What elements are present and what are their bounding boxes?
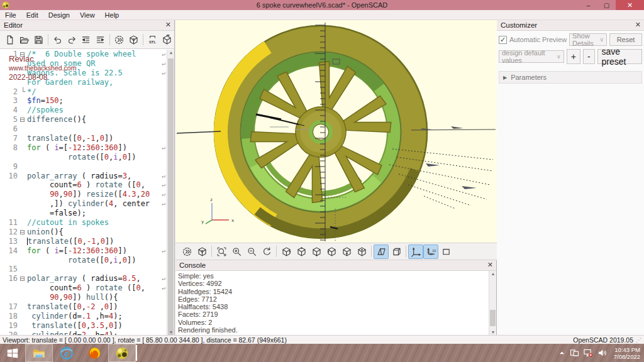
automatic-preview-checkbox[interactable]: ✓ bbox=[499, 36, 507, 44]
fold-marker-icon[interactable] bbox=[19, 228, 27, 237]
code-line[interactable]: 16polar_array ( radius=8.5,↵ bbox=[0, 274, 167, 283]
view-top-button[interactable] bbox=[294, 244, 309, 259]
code-line[interactable]: rotate([0,i,0]) bbox=[0, 153, 167, 162]
print-3d-button[interactable] bbox=[160, 33, 174, 47]
fold-marker-icon[interactable] bbox=[19, 50, 27, 59]
zoom-out-button[interactable] bbox=[244, 244, 259, 259]
preview-button[interactable] bbox=[112, 33, 126, 47]
code-line[interactable]: 13translate([0,-1,0]) bbox=[0, 237, 167, 246]
remove-preset-button[interactable]: - bbox=[583, 49, 595, 64]
menu-design[interactable]: Design bbox=[43, 11, 75, 19]
editor-scrollbar[interactable]: ▲ ▼ bbox=[167, 50, 174, 335]
reset-button[interactable]: Reset bbox=[609, 33, 642, 46]
export-stl-button[interactable]: STL bbox=[145, 33, 160, 47]
code-line[interactable]: 12union(){ bbox=[0, 228, 167, 237]
zoom-in-button[interactable] bbox=[229, 244, 244, 259]
show-crosshairs-button[interactable] bbox=[438, 244, 453, 259]
redo-button[interactable] bbox=[65, 33, 79, 47]
3d-viewport[interactable]: z x y bbox=[175, 20, 497, 243]
customizer-header[interactable]: Customizer ✕ bbox=[497, 20, 644, 31]
add-preset-button[interactable]: + bbox=[567, 49, 580, 64]
reset-view-button[interactable] bbox=[259, 244, 274, 259]
console-header[interactable]: Console ✕ bbox=[175, 260, 496, 271]
unindent-button[interactable] bbox=[79, 33, 94, 47]
code-line[interactable]: Wagons. Scale is 22.5↵ bbox=[0, 69, 167, 78]
code-line[interactable]: 20 cylinder(d=2, h=4); bbox=[0, 331, 167, 335]
scroll-down-icon[interactable]: ▼ bbox=[489, 330, 497, 334]
show-scale-markers-button[interactable]: 10 bbox=[423, 244, 438, 259]
menu-edit[interactable]: Edit bbox=[21, 11, 43, 19]
code-line[interactable]: 14for ( i=[-12:360:360])↵ bbox=[0, 246, 167, 256]
scroll-down-icon[interactable]: ▼ bbox=[167, 330, 175, 334]
code-line[interactable]: 1/* 6 Double spoke wheel↵ bbox=[0, 50, 167, 59]
hidden-icons-icon[interactable] bbox=[558, 349, 565, 356]
network-error-icon[interactable] bbox=[584, 349, 593, 357]
new-file-button[interactable] bbox=[3, 33, 17, 47]
code-line[interactable]: For Garden railway, bbox=[0, 78, 167, 87]
open-file-button[interactable] bbox=[17, 33, 31, 47]
volume-icon[interactable] bbox=[597, 349, 607, 357]
console-close-icon[interactable]: ✕ bbox=[487, 261, 493, 269]
close-button[interactable]: ✕ bbox=[616, 0, 644, 10]
preview-button[interactable] bbox=[179, 244, 194, 259]
zoom-all-button[interactable] bbox=[214, 244, 229, 259]
code-line[interactable]: 9 bbox=[0, 162, 167, 172]
code-line[interactable]: =false); bbox=[0, 209, 167, 218]
code-line[interactable]: 4//spokes bbox=[0, 106, 167, 115]
parameters-section[interactable]: ▶ Parameters bbox=[499, 71, 642, 84]
code-line[interactable]: 19 translate([0,3.5,0]) bbox=[0, 321, 167, 331]
detail-level-select[interactable]: Show Details∨ bbox=[569, 33, 607, 46]
orthogonal-button[interactable] bbox=[389, 244, 404, 259]
code-line[interactable]: 15 bbox=[0, 265, 167, 274]
devices-icon[interactable] bbox=[570, 349, 579, 357]
minimize-button[interactable]: – bbox=[579, 0, 597, 10]
perspective-button[interactable] bbox=[374, 244, 389, 259]
undo-button[interactable] bbox=[50, 33, 65, 47]
code-line[interactable]: 8for ( i=[-12:360:360])↵ bbox=[0, 143, 167, 153]
customizer-close-icon[interactable]: ✕ bbox=[635, 21, 641, 29]
render-button[interactable] bbox=[126, 33, 141, 47]
scroll-up-icon[interactable]: ▲ bbox=[167, 50, 175, 55]
maximize-button[interactable]: ▢ bbox=[597, 0, 616, 10]
firefox-taskbar-button[interactable] bbox=[80, 344, 108, 362]
code-line[interactable]: 3$fn=150; bbox=[0, 96, 167, 106]
preset-select[interactable]: design default values∨ bbox=[499, 50, 564, 63]
code-line[interactable]: used on some QR↵ bbox=[0, 59, 167, 69]
code-line[interactable]: count=6 ) rotate ([0,↵ bbox=[0, 180, 167, 190]
view-left-button[interactable] bbox=[324, 244, 339, 259]
code-line[interactable]: rotate([0,i,0]) bbox=[0, 256, 167, 265]
code-line[interactable]: 17translate([0,-2 ,0]) bbox=[0, 302, 167, 312]
code-editor[interactable]: 1/* 6 Double spoke wheel↵used on some QR… bbox=[0, 50, 167, 335]
code-line[interactable]: 2└*/ bbox=[0, 87, 167, 97]
fold-marker-icon[interactable] bbox=[19, 115, 27, 124]
editor-header[interactable]: Editor ✕ bbox=[0, 20, 174, 31]
taskbar-clock[interactable]: 10:43 PM 7/08/2022 bbox=[611, 346, 640, 360]
code-line[interactable]: 6 bbox=[0, 124, 167, 134]
render-button[interactable] bbox=[194, 244, 209, 259]
code-line[interactable]: 5difference(){ bbox=[0, 115, 167, 124]
file-explorer-taskbar-button[interactable] bbox=[25, 344, 53, 362]
view-right-button[interactable] bbox=[279, 244, 294, 259]
code-line[interactable]: ,]) cylinder(4, center↵ bbox=[0, 199, 167, 209]
code-line[interactable]: 90,90]) resize([4.3,20↵ bbox=[0, 190, 167, 199]
fold-marker-icon[interactable] bbox=[19, 274, 27, 283]
indent-button[interactable] bbox=[93, 33, 108, 47]
code-line[interactable]: 7translate([0,-1,0]) bbox=[0, 134, 167, 143]
editor-close-icon[interactable]: ✕ bbox=[165, 21, 171, 29]
scroll-up-icon[interactable]: ▲ bbox=[489, 272, 497, 276]
save-preset-button[interactable]: save preset bbox=[597, 49, 642, 64]
view-front-button[interactable] bbox=[339, 244, 354, 259]
resize-grip[interactable]: ⋰ bbox=[636, 337, 641, 343]
code-line[interactable]: 18 cylinder(d=.1 ,h=4); bbox=[0, 312, 167, 321]
show-axes-button[interactable] bbox=[408, 244, 423, 259]
code-line[interactable]: 11//cutout in spokes bbox=[0, 218, 167, 228]
view-back-button[interactable] bbox=[354, 244, 369, 259]
code-line[interactable]: 10polar_array ( radius=3,↵ bbox=[0, 172, 167, 181]
title-bar[interactable]: 6 spoke curvewheelV6.scad* - OpenSCAD – … bbox=[0, 0, 644, 10]
code-line[interactable]: 90,90]) hull(){ bbox=[0, 293, 167, 302]
save-file-button[interactable] bbox=[31, 33, 46, 47]
menu-help[interactable]: Help bbox=[100, 11, 125, 19]
menu-file[interactable]: File bbox=[0, 11, 21, 19]
view-bottom-button[interactable] bbox=[309, 244, 324, 259]
internet-explorer-taskbar-button[interactable]: e bbox=[53, 344, 80, 362]
